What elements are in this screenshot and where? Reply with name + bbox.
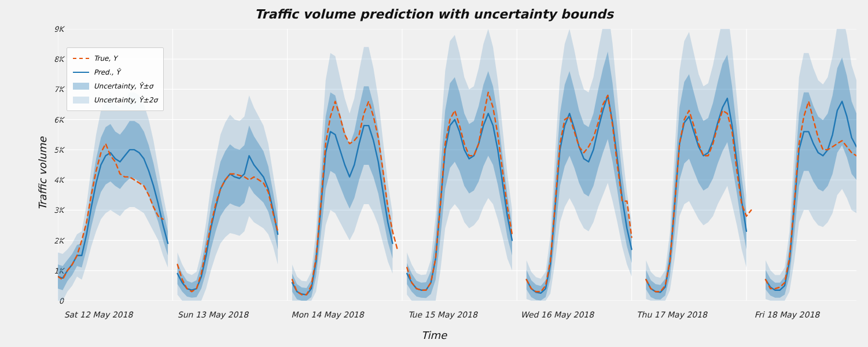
- legend-swatch-true-icon: [73, 58, 89, 59]
- x-tick-label: Wed 16 May 2018: [521, 310, 594, 319]
- x-tick-label: Tue 15 May 2018: [408, 310, 477, 319]
- legend-swatch-sigma2-icon: [73, 97, 89, 104]
- x-tick-label: Thu 17 May 2018: [637, 310, 707, 319]
- legend-item-pred: Pred., Ŷ: [73, 65, 157, 79]
- legend-swatch-sigma1-icon: [73, 83, 89, 90]
- x-tick-label: Mon 14 May 2018: [291, 310, 363, 319]
- chart-svg: [58, 29, 856, 301]
- x-tick-label: Sat 12 May 2018: [64, 310, 133, 319]
- chart-title: Traffic volume prediction with uncertain…: [0, 7, 868, 21]
- x-axis-label: Time: [421, 329, 447, 341]
- legend-swatch-pred-icon: [73, 72, 89, 73]
- legend-label-sigma1: Uncertainty, Ŷ±σ: [94, 82, 153, 90]
- legend-item-sigma2: Uncertainty, Ŷ±2σ: [73, 93, 157, 107]
- legend-item-true: True, Y: [73, 51, 157, 65]
- legend-label-pred: Pred., Ŷ: [94, 68, 120, 76]
- legend-label-true: True, Y: [94, 54, 117, 62]
- plot-area: [58, 29, 856, 301]
- x-tick-label: Sun 13 May 2018: [178, 310, 248, 319]
- legend-item-sigma1: Uncertainty, Ŷ±σ: [73, 79, 157, 93]
- legend: True, Y Pred., Ŷ Uncertainty, Ŷ±σ Uncert…: [67, 47, 164, 111]
- legend-label-sigma2: Uncertainty, Ŷ±2σ: [94, 96, 157, 104]
- chart-container: Traffic volume prediction with uncertain…: [0, 0, 868, 347]
- x-tick-label: Fri 18 May 2018: [755, 310, 819, 319]
